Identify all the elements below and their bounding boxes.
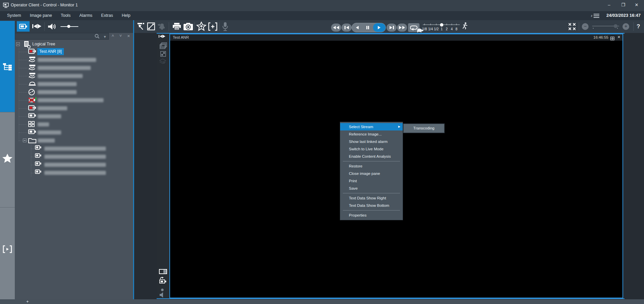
tree-item[interactable] xyxy=(15,64,133,72)
map-layers-icon[interactable] xyxy=(159,59,166,66)
tree-item[interactable] xyxy=(15,161,133,169)
menu-alarms[interactable]: Alarms xyxy=(75,11,97,20)
pane-close-icon[interactable]: ✕ xyxy=(617,35,620,39)
sidebar-tab-favorites[interactable] xyxy=(0,112,15,207)
alarm-list-icon[interactable]: z xyxy=(591,13,600,20)
tree-item[interactable] xyxy=(15,96,133,104)
tree-item[interactable] xyxy=(15,169,133,177)
sidebar-tab-exports[interactable] xyxy=(0,207,15,299)
fast-forward-button[interactable] xyxy=(397,24,407,32)
context-menu-item-close-image-pane[interactable]: Close image pane xyxy=(340,170,403,177)
context-menu-item-enable-content-analysis[interactable]: Enable Content Analysis xyxy=(340,153,403,160)
tree-item[interactable] xyxy=(15,56,133,64)
panel-splitter[interactable] xyxy=(133,20,134,299)
instant-playback-small-icon[interactable] xyxy=(159,35,165,38)
step-forward-button[interactable] xyxy=(387,24,397,32)
context-menu-item-properties[interactable]: Properties xyxy=(340,212,403,219)
add-favorite-star-icon[interactable] xyxy=(196,22,206,32)
image-window-button-active[interactable] xyxy=(17,21,30,32)
search-options-caret-icon[interactable]: ▾ xyxy=(104,34,106,39)
menu-help[interactable]: Help xyxy=(117,11,135,20)
restore-button[interactable]: ❐ xyxy=(616,0,630,10)
gauge-icon xyxy=(28,89,36,96)
search-previous-icon[interactable]: ˄ xyxy=(112,33,114,38)
tree-item[interactable] xyxy=(15,112,133,120)
pane-pattern-icon[interactable] xyxy=(160,51,166,58)
tree-item[interactable] xyxy=(15,120,133,128)
context-menu-item-switch-to-live-mode[interactable]: Switch to Live Mode xyxy=(340,145,403,153)
speed-label-1[interactable]: 1 xyxy=(441,27,443,31)
tree-item[interactable] xyxy=(15,80,133,88)
pane-count-slider-knob[interactable] xyxy=(614,24,617,28)
add-bookmark-icon[interactable] xyxy=(208,22,218,32)
submenu-item-transcoding[interactable]: Transcoding xyxy=(404,124,444,132)
context-menu-item-text-data-show-bottom[interactable]: Text Data Show Bottom xyxy=(340,202,403,209)
tree-root-row[interactable]: Logical Tree xyxy=(15,40,133,48)
close-all-panes-icon[interactable] xyxy=(568,23,577,33)
print-icon[interactable] xyxy=(172,22,182,32)
sidebar-tab-logical-tree[interactable] xyxy=(0,21,15,112)
tree-item-selected[interactable]: Test ANR [8] xyxy=(15,48,133,56)
context-menu-item-save[interactable]: Save xyxy=(340,185,403,192)
zoom-out-button[interactable]: − xyxy=(582,23,589,30)
exports-icon xyxy=(3,245,12,255)
zoom-in-button[interactable]: + xyxy=(622,23,629,30)
snapshot-icon[interactable] xyxy=(183,23,193,32)
tree-item[interactable] xyxy=(15,88,133,96)
redacted-tree-label xyxy=(38,139,55,143)
context-menu-item-restore[interactable]: Restore xyxy=(340,162,403,170)
menu-items: SystemImage paneToolsAlarmsExtrasHelp xyxy=(0,11,644,20)
speed-label-4[interactable]: 4 xyxy=(451,27,453,31)
speed-label-1-2[interactable]: 1/2 xyxy=(434,27,439,31)
play-button-active[interactable] xyxy=(373,23,386,32)
menu-extras[interactable]: Extras xyxy=(97,11,117,20)
ptz-camera-icon xyxy=(28,56,36,63)
tree-item[interactable] xyxy=(15,145,133,153)
step-back-button[interactable] xyxy=(341,24,352,32)
search-input[interactable]: ▾ xyxy=(15,33,109,40)
pane-bar-position-icon[interactable] xyxy=(159,269,167,275)
context-menu-item-show-last-linked-alarm[interactable]: Show last linked alarm xyxy=(340,138,403,145)
menu-image-pane[interactable]: Image pane xyxy=(26,11,56,20)
help-button[interactable]: ? xyxy=(637,23,640,30)
minimize-button[interactable]: – xyxy=(602,0,616,10)
tree-item[interactable] xyxy=(15,72,133,80)
add-tab-button[interactable]: + xyxy=(26,299,29,304)
search-next-icon[interactable]: ˅ xyxy=(119,33,122,38)
menu-tools[interactable]: Tools xyxy=(56,11,75,20)
maximize-pane-icon[interactable] xyxy=(147,22,156,32)
speed-label-1-4[interactable]: 1/4 xyxy=(428,27,433,31)
tree-item[interactable] xyxy=(15,128,133,137)
tree-item[interactable] xyxy=(15,104,133,112)
camera-recording-icon xyxy=(28,48,36,55)
speed-tick xyxy=(447,24,447,25)
instant-playback-button[interactable] xyxy=(32,24,41,29)
context-menu-item-select-stream[interactable]: Select Stream▶ xyxy=(340,123,403,130)
speed-label-2[interactable]: 2 xyxy=(446,27,448,31)
context-menu-item-reference-image[interactable]: Reference Image... xyxy=(340,130,403,138)
speed-slider-knob[interactable] xyxy=(440,23,443,27)
ptz-camera-icon xyxy=(28,73,36,79)
context-menu-item-text-data-show-right[interactable]: Text Data Show Right xyxy=(340,194,403,202)
play-reverse-button[interactable] xyxy=(352,23,362,32)
restore-panes-icon[interactable] xyxy=(137,22,146,32)
close-button[interactable]: ✕ xyxy=(630,0,643,10)
audio-button[interactable] xyxy=(47,23,56,32)
menu-separator xyxy=(343,193,400,193)
cascade-panes-icon[interactable] xyxy=(160,42,167,50)
tree-item[interactable] xyxy=(15,153,133,161)
context-menu-item-print[interactable]: Print xyxy=(340,177,403,185)
camera-reset-icon[interactable] xyxy=(159,277,167,286)
search-close-icon[interactable]: ✕ xyxy=(127,34,130,38)
speed-label-1-8[interactable]: 1/8 xyxy=(422,27,427,31)
tree-item[interactable] xyxy=(15,137,133,145)
expander-minus-icon[interactable] xyxy=(16,42,20,46)
fast-rewind-button[interactable] xyxy=(331,24,341,32)
runner-fast-icon xyxy=(462,22,468,31)
volume-slider-knob[interactable] xyxy=(67,25,70,28)
menu-system[interactable]: System xyxy=(3,11,26,20)
pane-audio-muted-icon[interactable] xyxy=(159,292,165,299)
speed-label-8[interactable]: 8 xyxy=(455,27,457,31)
grid-icon xyxy=(28,121,36,128)
pause-button[interactable] xyxy=(362,23,373,32)
